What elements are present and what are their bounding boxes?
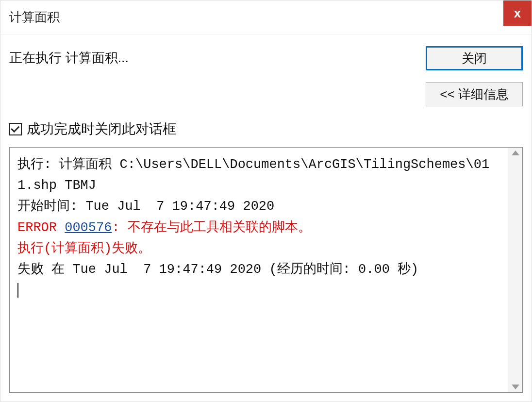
close-button[interactable]: 关闭 [426, 46, 523, 70]
titlebar: 计算面积 x [0, 0, 532, 34]
close-icon: x [514, 6, 521, 21]
window-close-button[interactable]: x [503, 0, 532, 26]
log-fail-line: 执行(计算面积)失败。 [17, 241, 151, 256]
window-title: 计算面积 [9, 9, 60, 26]
log-line-elapsed: 失败 在 Tue Jul 7 19:47:49 2020 (经历的时间: 0.0… [17, 262, 418, 277]
text-cursor [17, 283, 18, 298]
details-toggle-button[interactable]: << 详细信息 [426, 82, 523, 106]
dialog-window: 计算面积 x 正在执行 计算面积... 关闭 << 详细信息 成功完成时关闭此对… [0, 0, 532, 402]
scroll-up-icon[interactable] [512, 151, 519, 155]
checkmark-icon [11, 124, 19, 133]
checkbox-label: 成功完成时关闭此对话框 [27, 120, 176, 138]
log-error-prefix: ERROR [17, 220, 65, 235]
log-output-box: 执行: 计算面积 C:\Users\DELL\Documents\ArcGIS\… [9, 147, 523, 393]
log-text-area[interactable]: 执行: 计算面积 C:\Users\DELL\Documents\ArcGIS\… [10, 148, 508, 392]
close-on-success-checkbox[interactable] [9, 123, 22, 135]
status-text: 正在执行 计算面积... [9, 46, 129, 67]
log-error-suffix: : 不存在与此工具相关联的脚本。 [112, 220, 311, 235]
top-row: 正在执行 计算面积... 关闭 << 详细信息 [9, 46, 523, 106]
log-line-start: 开始时间: Tue Jul 7 19:47:49 2020 [17, 199, 274, 214]
scroll-down-icon[interactable] [512, 385, 519, 389]
dialog-content: 正在执行 计算面积... 关闭 << 详细信息 成功完成时关闭此对话框 执行: … [0, 34, 532, 402]
log-scrollbar[interactable] [508, 148, 522, 392]
error-code-link[interactable]: 000576 [65, 220, 112, 235]
close-on-success-checkbox-row: 成功完成时关闭此对话框 [9, 120, 523, 138]
log-line-exec: 执行: 计算面积 C:\Users\DELL\Documents\ArcGIS\… [17, 157, 489, 193]
buttons-column: 关闭 << 详细信息 [426, 46, 523, 106]
